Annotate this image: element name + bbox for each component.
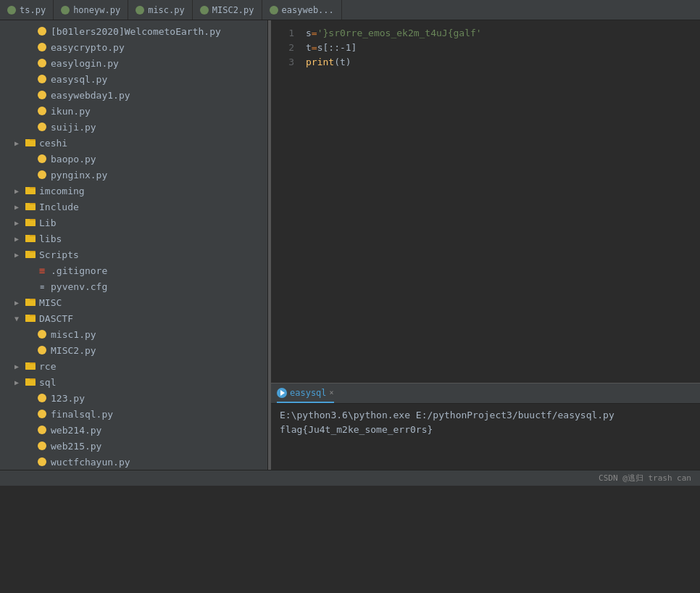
python-file-icon: [36, 408, 48, 420]
tree-item-label: baopo.py: [51, 154, 96, 165]
tree-item[interactable]: ≡pyvenv.cfg: [0, 278, 267, 294]
tree-item[interactable]: ▶ Include: [0, 199, 267, 215]
folder-icon: [25, 200, 36, 214]
tab-label-easyweb: easyweb...: [282, 5, 334, 15]
tree-arrow: ▶: [12, 187, 22, 195]
terminal-result: flag{Ju4t_m2ke_some_err0rs}: [280, 424, 433, 435]
tab-easyweb-py[interactable]: easyweb...: [262, 0, 342, 20]
python-file-icon: [36, 169, 48, 181]
code-line: s='}sr0rre_emos_ek2m_t4uJ{galf': [306, 26, 700, 41]
tree-item-label: finalsql.py: [51, 409, 113, 420]
python-file-icon: [36, 392, 48, 404]
python-file-icon: [36, 328, 48, 340]
tree-item[interactable]: easycrypto.py: [0, 39, 267, 55]
tab-icon-honeyw: [61, 6, 70, 14]
run-icon: [277, 388, 287, 398]
svg-rect-8: [25, 204, 36, 210]
tree-item[interactable]: ikun.py: [0, 103, 267, 119]
code-token: t: [306, 41, 312, 55]
tab-honeyw-py[interactable]: honeyw.py: [54, 0, 128, 20]
tree-item-label: libs: [39, 233, 62, 244]
svg-rect-14: [25, 236, 36, 242]
folder-icon: [25, 216, 36, 230]
tree-item[interactable]: ▶ ceshi: [0, 135, 267, 151]
terminal-close-icon[interactable]: ×: [330, 389, 334, 397]
tree-arrow: ▶: [12, 378, 22, 386]
code-token: print: [306, 55, 334, 70]
tree-item-label: misc1.py: [51, 329, 96, 340]
tree-item[interactable]: easywebday1.py: [0, 87, 267, 103]
tree-item[interactable]: web214.py: [0, 422, 267, 438]
tree-item[interactable]: wuctfchayun.py: [0, 454, 267, 470]
tree-item-label: web215.py: [51, 441, 101, 452]
tab-ts-py[interactable]: ts.py: [0, 0, 54, 20]
svg-rect-16: [25, 251, 30, 252]
tab-icon-misc2: [200, 6, 209, 14]
tree-item-label: Scripts: [39, 249, 79, 260]
folder-icon: [25, 312, 36, 325]
tree-item[interactable]: ▶ imcoming: [0, 183, 267, 199]
line-numbers: 1 2 3: [271, 20, 300, 383]
tree-item[interactable]: suiji.py: [0, 119, 267, 135]
tree-item-label: sql: [39, 377, 56, 388]
tree-item-label: pynginx.py: [51, 170, 107, 181]
tab-label-ts: ts.py: [20, 5, 46, 15]
tree-item[interactable]: easysql.py: [0, 71, 267, 87]
terminal-output-area: E:\python3.6\python.exe E:/pythonProject…: [271, 404, 700, 470]
tab-label-honeyw: honeyw.py: [73, 5, 120, 15]
svg-rect-22: [25, 315, 30, 316]
status-bar: CSDN @逃归 trash can: [0, 470, 700, 486]
line-num-3: 3: [271, 55, 294, 70]
editor-content: 1 2 3 s='}sr0rre_emos_ek2m_t4uJ{galf't=s…: [271, 20, 700, 383]
tree-item[interactable]: ▶ libs: [0, 231, 267, 246]
tree-arrow: ▶: [12, 219, 22, 227]
tree-item[interactable]: web215.py: [0, 438, 267, 454]
python-file-icon: [36, 121, 48, 133]
tree-arrow: ▶: [12, 362, 22, 370]
svg-rect-1: [25, 139, 30, 141]
tree-item[interactable]: MISC2.py: [0, 342, 267, 358]
tab-misc-py[interactable]: misc.py: [128, 0, 193, 20]
tree-item[interactable]: finalsql.py: [0, 406, 267, 422]
tab-misc2-py[interactable]: MISC2.py: [193, 0, 262, 20]
tree-item-label: .gitignore: [51, 265, 107, 276]
svg-rect-29: [25, 380, 36, 386]
svg-rect-4: [25, 187, 30, 188]
tree-item-label: ceshi: [39, 138, 67, 149]
code-editor[interactable]: s='}sr0rre_emos_ek2m_t4uJ{galf't=s[::-1]…: [300, 20, 700, 383]
tree-item[interactable]: misc1.py: [0, 326, 267, 342]
tab-label-misc: misc.py: [148, 5, 185, 15]
svg-rect-13: [25, 235, 30, 236]
folder-icon: [25, 248, 36, 262]
git-file-icon: ≡: [36, 265, 48, 276]
tree-item-label: easywebday1.py: [51, 90, 130, 101]
python-file-icon: [36, 344, 48, 356]
terminal-output-line: flag{Ju4t_m2ke_some_err0rs}: [280, 423, 691, 437]
run-tab-label: easysql: [290, 388, 327, 398]
tree-item[interactable]: ▶ MISC: [0, 294, 267, 310]
tree-item[interactable]: [b01lers2020]WelcometoEarth.py: [0, 23, 267, 39]
svg-rect-28: [25, 378, 30, 380]
tree-item[interactable]: ≡.gitignore: [0, 262, 267, 278]
svg-rect-19: [25, 299, 30, 300]
folder-icon: [25, 136, 36, 150]
tree-arrow: ▼: [12, 315, 22, 323]
tree-item[interactable]: ▶ Lib: [0, 215, 267, 231]
svg-rect-7: [25, 203, 30, 204]
tree-item[interactable]: ▶ sql: [0, 374, 267, 390]
svg-rect-25: [25, 362, 30, 364]
svg-rect-5: [25, 188, 36, 194]
code-line: print(t): [306, 55, 700, 70]
run-tab-easysql[interactable]: easysql ×: [277, 383, 334, 403]
tree-item[interactable]: ▶ rce: [0, 358, 267, 374]
app-container: ts.py honeyw.py misc.py MISC2.py easyweb…: [0, 0, 700, 486]
tree-item[interactable]: baopo.py: [0, 151, 267, 167]
tree-item[interactable]: ▼ DASCTF: [0, 310, 267, 326]
tree-item[interactable]: ▶ Scripts: [0, 246, 267, 262]
cfg-file-icon: ≡: [36, 281, 48, 292]
code-line: t=s[::-1]: [306, 41, 700, 55]
tree-item[interactable]: easylogin.py: [0, 55, 267, 71]
python-file-icon: [36, 89, 48, 101]
tree-item[interactable]: 123.py: [0, 390, 267, 406]
tree-item[interactable]: pynginx.py: [0, 167, 267, 183]
